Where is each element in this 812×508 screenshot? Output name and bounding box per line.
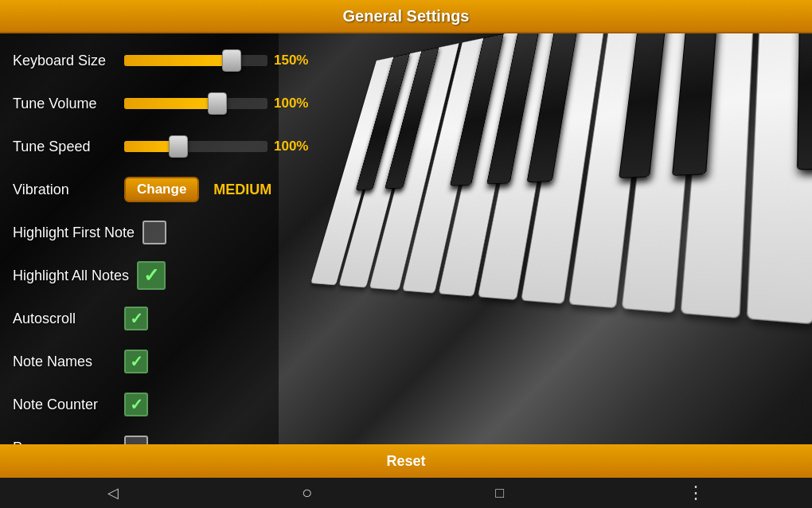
vibration-value: MEDIUM [213, 182, 271, 198]
tune-speed-slider-container: 100% [124, 139, 318, 154]
autoscroll-row: Autoscroll ✓ [13, 301, 266, 336]
highlight-first-note-checkbox[interactable] [142, 221, 166, 244]
vibration-row: Vibration Change MEDIUM [13, 172, 266, 207]
tune-volume-row: Tune Volume 100% [13, 86, 266, 121]
vibration-label: Vibration [13, 182, 116, 198]
highlight-all-notes-row: Highlight All Notes ✓ [13, 258, 266, 293]
note-names-checkmark: ✓ [130, 354, 143, 369]
home-icon[interactable]: ○ [302, 483, 312, 503]
page-title: General Settings [343, 7, 470, 25]
highlight-all-notes-checkbox[interactable]: ✓ [137, 261, 166, 290]
vibration-change-button[interactable]: Change [124, 177, 199, 202]
top-bar: General Settings [0, 0, 812, 33]
tune-speed-label: Tune Speed [13, 139, 116, 155]
highlight-first-note-label: Highlight First Note [13, 225, 135, 241]
keyboard-size-label: Keyboard Size [13, 53, 116, 69]
highlight-all-notes-label: Highlight All Notes [13, 268, 129, 284]
note-names-row: Note Names ✓ [13, 344, 266, 379]
note-names-label: Note Names [13, 354, 116, 370]
note-counter-row: Note Counter ✓ [13, 387, 266, 422]
note-counter-label: Note Counter [13, 397, 116, 413]
bottom-bar: Reset ◁ ○ □ ⋮ [0, 444, 812, 508]
reset-label: Reset [386, 453, 425, 470]
tune-volume-label: Tune Volume [13, 96, 116, 112]
tune-speed-row: Tune Speed 100% [13, 129, 266, 164]
nav-bar: ◁ ○ □ ⋮ [0, 478, 812, 508]
keyboard-size-fill [124, 55, 232, 66]
keyboard-size-row: Keyboard Size 150% [13, 43, 266, 78]
keyboard-size-value: 150% [274, 53, 318, 68]
tune-speed-slider[interactable] [124, 139, 267, 154]
recents-icon[interactable]: □ [495, 485, 504, 502]
note-names-checkbox[interactable]: ✓ [124, 350, 148, 373]
back-icon[interactable]: ◁ [107, 484, 119, 502]
tune-speed-thumb[interactable] [169, 135, 188, 158]
autoscroll-checkbox[interactable]: ✓ [124, 307, 148, 330]
tune-volume-fill [124, 98, 217, 109]
keyboard-size-slider[interactable] [124, 53, 267, 68]
settings-panel: Keyboard Size 150% Tune Volume 100% Tune… [0, 33, 279, 444]
note-counter-checkbox[interactable]: ✓ [124, 393, 148, 416]
note-counter-checkmark: ✓ [130, 397, 143, 412]
tune-speed-value: 100% [274, 139, 318, 154]
tune-volume-thumb[interactable] [208, 92, 227, 115]
keyboard-size-thumb[interactable] [222, 49, 241, 72]
highlight-all-notes-checkmark: ✓ [143, 266, 159, 285]
tune-volume-value: 100% [274, 96, 318, 111]
piano-keys [271, 0, 812, 508]
autoscroll-checkmark: ✓ [130, 311, 143, 326]
tune-volume-slider-container: 100% [124, 96, 318, 111]
highlight-first-note-row: Highlight First Note [13, 215, 266, 250]
tune-volume-slider[interactable] [124, 96, 267, 111]
autoscroll-label: Autoscroll [13, 311, 116, 327]
keyboard-size-slider-container: 150% [124, 53, 318, 68]
piano-background [271, 0, 812, 508]
reset-bar[interactable]: Reset [0, 444, 812, 478]
more-icon[interactable]: ⋮ [687, 483, 705, 503]
